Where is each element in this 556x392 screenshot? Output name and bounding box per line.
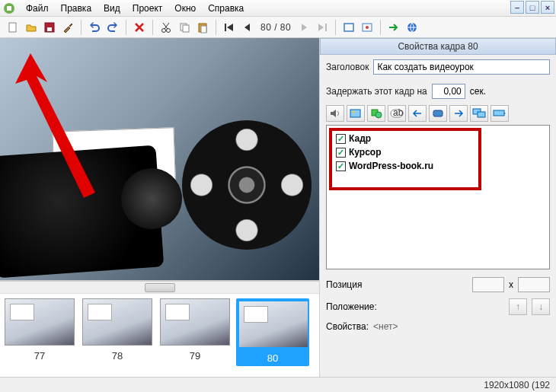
svg-point-5: [162, 28, 166, 32]
status-dimensions: 1920x1080 (192: [484, 380, 550, 390]
align-label: Положение:: [326, 301, 377, 312]
preview-content: [182, 120, 312, 250]
annotation-highlight: [329, 128, 481, 190]
header-input[interactable]: [373, 59, 550, 75]
svg-point-6: [167, 28, 171, 32]
menu-view[interactable]: Вид: [97, 2, 126, 15]
move-down-button[interactable]: ↓: [532, 298, 550, 315]
svg-rect-8: [183, 25, 189, 32]
svg-rect-4: [47, 27, 52, 31]
position-y-input[interactable]: [518, 277, 550, 292]
frame-preview[interactable]: [0, 38, 319, 281]
status-bar: 1920x1080 (192: [0, 377, 556, 392]
thumbnail-image: [5, 298, 75, 346]
move-up-button[interactable]: ↑: [509, 298, 527, 315]
undo-button[interactable]: [86, 19, 103, 36]
svg-rect-17: [350, 110, 360, 117]
maximize-button[interactable]: □: [526, 1, 539, 14]
main-area: 77787980 Свойства кадра 80 Заголовок Зад…: [0, 38, 556, 377]
menu-edit[interactable]: Правка: [55, 2, 98, 15]
svg-rect-12: [325, 24, 327, 31]
left-pane: 77787980: [0, 38, 320, 377]
separator: [126, 20, 126, 35]
add-button-icon[interactable]: [429, 105, 447, 122]
horizontal-scrollbar[interactable]: [0, 281, 319, 293]
add-image-icon[interactable]: [347, 105, 365, 122]
add-callout-icon[interactable]: [470, 105, 488, 122]
menu-file[interactable]: Файл: [20, 2, 55, 15]
thumbnail-image: [238, 301, 308, 348]
add-shape-icon[interactable]: [367, 105, 385, 122]
menu-help[interactable]: Справка: [202, 2, 250, 15]
svg-point-18: [353, 111, 355, 113]
window-controls: – □ ×: [510, 1, 554, 14]
add-arrow-left-icon[interactable]: [408, 105, 427, 122]
minimize-button[interactable]: –: [510, 1, 524, 14]
go-button[interactable]: [385, 19, 402, 36]
thumbnail-number: 78: [81, 350, 154, 362]
separator: [380, 20, 381, 35]
svg-rect-10: [201, 26, 206, 33]
add-highlight-icon[interactable]: [490, 105, 509, 122]
frame-counter: 80 / 80: [257, 22, 294, 33]
svg-point-20: [375, 112, 382, 118]
tool-button[interactable]: [59, 19, 76, 36]
props-label: Свойства:: [326, 321, 369, 332]
delete-button[interactable]: [131, 19, 148, 36]
separator: [152, 20, 153, 35]
thumbnail[interactable]: 80: [236, 298, 309, 366]
add-text-icon[interactable]: abc: [388, 105, 406, 122]
close-button[interactable]: ×: [541, 1, 554, 14]
prev-frame-button[interactable]: [239, 19, 256, 36]
delay-unit: сек.: [470, 86, 486, 97]
thumbnail[interactable]: 77: [3, 298, 76, 362]
add-sound-icon[interactable]: [326, 105, 344, 122]
scroll-thumb[interactable]: [145, 283, 175, 292]
delay-input[interactable]: [432, 84, 465, 99]
cut-button[interactable]: [158, 19, 174, 36]
fullscreen-button[interactable]: [340, 19, 357, 36]
layer-toolbar: abc: [320, 104, 556, 125]
props-value: <нет>: [373, 321, 398, 332]
menu-project[interactable]: Проект: [126, 2, 169, 15]
redo-button[interactable]: [104, 19, 121, 36]
svg-text:abc: abc: [393, 108, 404, 118]
thumbnail-image: [82, 298, 152, 346]
menu-window[interactable]: Окно: [168, 2, 202, 15]
svg-rect-23: [433, 110, 443, 116]
x-separator: x: [509, 279, 513, 290]
svg-rect-2: [9, 23, 16, 32]
save-file-button[interactable]: [41, 19, 58, 36]
thumbnail[interactable]: 79: [158, 298, 232, 362]
layers-list[interactable]: ✓Кадр✓Курсор✓WordPress-book.ru: [326, 125, 550, 269]
separator: [335, 20, 336, 35]
position-label: Позиция: [326, 279, 362, 290]
thumbnail-number: 79: [158, 350, 232, 362]
next-frame-button[interactable]: [296, 19, 312, 36]
first-frame-button[interactable]: [221, 19, 238, 36]
svg-rect-26: [494, 110, 504, 116]
position-x-input[interactable]: [472, 277, 504, 292]
open-file-button[interactable]: [23, 19, 40, 36]
new-file-button[interactable]: [5, 19, 21, 36]
main-toolbar: 80 / 80: [0, 17, 556, 38]
menubar: Файл Правка Вид Проект Окно Справка – □ …: [0, 0, 556, 17]
thumbnail-number: 80: [238, 352, 307, 364]
svg-rect-13: [344, 24, 353, 31]
paste-button[interactable]: [194, 19, 211, 36]
web-button[interactable]: [404, 19, 420, 36]
header-label: Заголовок: [326, 62, 369, 72]
last-frame-button[interactable]: [314, 19, 331, 36]
thumbnail-number: 77: [3, 350, 76, 362]
thumbnail[interactable]: 78: [81, 298, 154, 362]
separator: [216, 20, 216, 35]
app-icon: [3, 2, 15, 14]
preview-content: [0, 145, 164, 279]
svg-rect-1: [7, 6, 11, 11]
copy-button[interactable]: [176, 19, 193, 36]
thumbnail-strip: 77787980: [0, 293, 319, 377]
add-arrow-right-icon[interactable]: [449, 105, 468, 122]
export-button[interactable]: [359, 19, 375, 36]
delay-label: Задержать этот кадр на: [326, 86, 427, 97]
thumbnail-image: [160, 298, 230, 346]
